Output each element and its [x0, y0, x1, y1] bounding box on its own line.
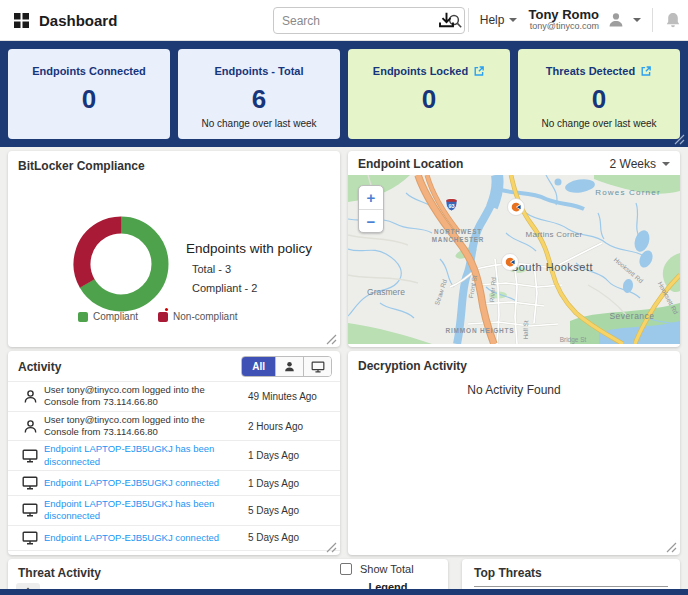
- monitor-icon: [16, 476, 44, 490]
- filter-users-button[interactable]: [275, 357, 303, 376]
- stat-card-endpoints-locked: Endpoints Locked 0: [348, 49, 510, 139]
- card-title: Endpoint Location: [358, 157, 610, 171]
- filter-all-button[interactable]: All: [242, 357, 275, 376]
- resize-handle-icon[interactable]: [326, 542, 337, 553]
- map[interactable]: 93 Rowes Corner NORTHWEST MANCHESTER Mar…: [348, 175, 680, 344]
- activity-row[interactable]: User tony@tinyco.com logged into the Con…: [8, 411, 340, 441]
- resize-handle-icon[interactable]: [326, 334, 337, 345]
- time-range-value: 2 Weeks: [610, 157, 656, 171]
- activity-link[interactable]: Endpoint LAPTOP-EJB5UGKJ has been discon…: [44, 498, 248, 523]
- activity-time: 1 Days Ago: [248, 478, 334, 489]
- activity-link[interactable]: Endpoint LAPTOP-EJB5UGKJ has been discon…: [44, 553, 248, 555]
- main-content: BitLocker Compliance Endpoints with poli…: [0, 147, 688, 555]
- stat-title-row: Threats Detected: [546, 65, 652, 77]
- download-icon[interactable]: [436, 10, 457, 31]
- chevron-down-icon: [662, 162, 670, 166]
- show-total-control: Show Total: [340, 563, 436, 575]
- legend-label: Non-compliant: [173, 311, 237, 322]
- user-email: tony@tinyco.com: [528, 22, 599, 32]
- zoom-in-button[interactable]: +: [359, 186, 383, 209]
- card-title: Decryption Activity: [348, 351, 680, 373]
- legend-item-noncompliant: Non-compliant: [158, 311, 237, 322]
- divider: [468, 8, 469, 32]
- monitor-icon: [16, 531, 44, 545]
- user-icon: [16, 389, 44, 404]
- activity-row[interactable]: User tony@tinyco.com logged into the Con…: [8, 381, 340, 411]
- activity-time: 5 Days Ago: [248, 532, 334, 543]
- activity-header: Activity All: [8, 351, 340, 381]
- stats-banner: Endpoints Connected 0 Endpoints - Total …: [0, 41, 688, 147]
- activity-link[interactable]: Endpoint LAPTOP-EJB5UGKJ connected: [44, 532, 248, 544]
- activity-row[interactable]: Endpoint LAPTOP-EJB5UGKJ has been discon…: [8, 550, 340, 555]
- activity-link[interactable]: Endpoint LAPTOP-EJB5UGKJ has been discon…: [44, 443, 248, 468]
- total-line: Total - 3: [192, 263, 312, 275]
- svg-text:Rowes Corner: Rowes Corner: [595, 188, 661, 197]
- svg-text:93: 93: [448, 203, 454, 209]
- person-icon: [283, 360, 296, 373]
- activity-time: 5 Days Ago: [248, 505, 334, 516]
- brand: Dashboard: [14, 12, 117, 29]
- stat-value: 0: [8, 86, 170, 113]
- activity-filter-group: All: [241, 356, 332, 377]
- show-total-checkbox[interactable]: [340, 563, 352, 575]
- legend-swatch: [158, 312, 168, 322]
- resize-handle-icon[interactable]: [674, 134, 685, 145]
- activity-row[interactable]: Endpoint LAPTOP-EJB5UGKJ connected 1 Day…: [8, 470, 340, 495]
- activity-text: User tony@tinyco.com logged into the Con…: [44, 384, 248, 409]
- stat-title: Endpoints Locked: [373, 65, 468, 77]
- resize-handle-icon[interactable]: [666, 542, 677, 553]
- zoom-out-button[interactable]: −: [359, 209, 383, 232]
- endpoint-marker[interactable]: [502, 254, 519, 271]
- monitor-icon: [16, 503, 44, 517]
- activity-card: Activity All: [8, 351, 340, 555]
- help-label: Help: [480, 13, 505, 27]
- compliance-summary: Endpoints with policy Total - 3 Complian…: [186, 241, 312, 294]
- stat-title: Endpoints Connected: [32, 65, 146, 77]
- chart-heading: Endpoints with policy: [186, 241, 312, 256]
- external-link-icon[interactable]: [473, 65, 485, 77]
- top-right-cluster: Help Tony Romo tony@tinyco.com: [436, 0, 682, 40]
- activity-row[interactable]: Endpoint LAPTOP-EJB5UGKJ has been discon…: [8, 495, 340, 525]
- svg-text:Severance: Severance: [609, 311, 654, 321]
- map-zoom-control: + −: [358, 185, 384, 233]
- user-text: Tony Romo tony@tinyco.com: [528, 8, 599, 32]
- card-title: Activity: [18, 360, 241, 374]
- chevron-down-icon: [633, 18, 641, 22]
- activity-row[interactable]: Endpoint LAPTOP-EJB5UGKJ has been discon…: [8, 440, 340, 470]
- user-name: Tony Romo: [528, 8, 599, 22]
- legend-swatch: [78, 312, 88, 322]
- compliant-line: Compliant - 2: [192, 282, 312, 294]
- decryption-activity-card: Decryption Activity No Activity Found: [348, 351, 680, 555]
- activity-link[interactable]: Endpoint LAPTOP-EJB5UGKJ connected: [44, 477, 248, 489]
- help-menu[interactable]: Help: [480, 13, 518, 27]
- stat-card-endpoints-connected: Endpoints Connected 0: [8, 49, 170, 139]
- bell-icon[interactable]: [664, 11, 682, 30]
- chart-legend: Compliant Non-compliant: [78, 311, 238, 322]
- dashboard-grid-icon[interactable]: [14, 13, 29, 28]
- user-menu[interactable]: Tony Romo tony@tinyco.com: [528, 8, 641, 32]
- person-icon: [606, 10, 626, 30]
- time-range-select[interactable]: 2 Weeks: [610, 157, 670, 171]
- stat-title: Threats Detected: [546, 65, 635, 77]
- activity-row[interactable]: Endpoint LAPTOP-EJB5UGKJ connected 5 Day…: [8, 525, 340, 550]
- chevron-down-icon: [509, 18, 517, 22]
- card-title: Top Threats: [474, 566, 668, 580]
- stat-subtitle: No change over last week: [178, 118, 340, 129]
- stat-value: 0: [518, 86, 680, 113]
- top-bar: Dashboard Help Tony Romo tony@tinyco.com: [0, 0, 688, 41]
- endpoint-marker[interactable]: [508, 199, 525, 216]
- show-total-label: Show Total: [360, 563, 414, 575]
- bitlocker-compliance-card: BitLocker Compliance Endpoints with poli…: [8, 151, 340, 347]
- svg-text:MANCHESTER: MANCHESTER: [432, 236, 484, 243]
- filter-endpoints-button[interactable]: [303, 357, 331, 376]
- stat-title-row: Endpoints Locked: [373, 65, 485, 77]
- map-canvas[interactable]: 93 Rowes Corner NORTHWEST MANCHESTER Mar…: [348, 175, 680, 344]
- search-input[interactable]: [274, 14, 445, 28]
- stat-card-endpoints-total: Endpoints - Total 6 No change over last …: [178, 49, 340, 139]
- stat-value: 6: [178, 86, 340, 113]
- activity-time: 1 Days Ago: [248, 450, 334, 461]
- svg-text:RIMMON HEIGHTS: RIMMON HEIGHTS: [446, 327, 515, 334]
- card-title: BitLocker Compliance: [8, 151, 340, 173]
- external-link-icon[interactable]: [640, 65, 652, 77]
- endpoint-location-card: Endpoint Location 2 Weeks: [348, 151, 680, 347]
